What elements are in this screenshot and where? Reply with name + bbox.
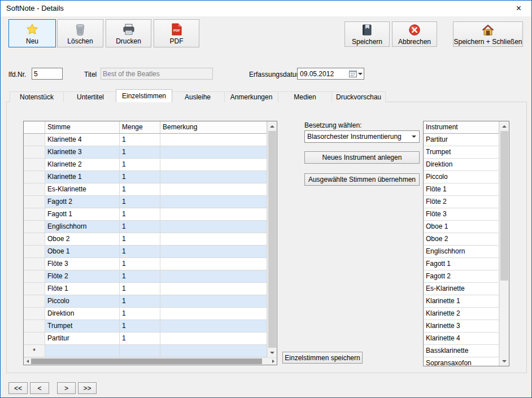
cell-bemerkung[interactable] bbox=[160, 345, 267, 357]
cell-stimme[interactable]: Flöte 2 bbox=[45, 270, 120, 283]
loeschen-button[interactable]: Löschen bbox=[57, 19, 103, 47]
row-selector[interactable] bbox=[24, 283, 45, 295]
cell-menge[interactable]: 1 bbox=[120, 196, 160, 208]
table-row[interactable]: Klarinette 4 1 bbox=[24, 134, 267, 146]
scrollbar-thumb[interactable] bbox=[31, 358, 262, 364]
tab[interactable]: Notenstück bbox=[10, 91, 64, 102]
table-row[interactable]: Flöte 1 1 bbox=[24, 283, 267, 295]
grid-header-stimme[interactable]: Stimme bbox=[45, 121, 120, 134]
drucken-button[interactable]: Drucken bbox=[106, 19, 151, 47]
erfassungsdatum-picker[interactable]: 09.05.2012 bbox=[297, 68, 364, 80]
grid-horizontal-scrollbar[interactable] bbox=[24, 357, 277, 365]
pdf-button[interactable]: PDF PDF bbox=[154, 19, 199, 47]
cell-menge[interactable]: 1 bbox=[120, 208, 160, 221]
instrument-row[interactable]: Englischhorn bbox=[424, 246, 499, 258]
instrument-row[interactable]: Fagott 2 bbox=[424, 270, 499, 283]
table-row[interactable]: Piccolo 1 bbox=[24, 295, 267, 308]
cell-stimme[interactable]: Fagott 1 bbox=[45, 208, 120, 221]
instrument-row[interactable]: Klarinette 4 bbox=[424, 333, 499, 345]
cell-bemerkung[interactable] bbox=[160, 270, 267, 283]
nav-last-button[interactable]: >> bbox=[78, 382, 97, 394]
instrument-row[interactable]: Oboe 2 bbox=[424, 233, 499, 246]
instrument-list-scrollbar[interactable] bbox=[499, 121, 509, 366]
scroll-up-button[interactable] bbox=[268, 121, 277, 131]
row-selector[interactable] bbox=[24, 196, 45, 208]
cell-menge[interactable]: 1 bbox=[120, 295, 160, 308]
cell-stimme[interactable]: Direktion bbox=[45, 308, 120, 320]
instrument-row[interactable]: Klarinette 1 bbox=[424, 295, 499, 308]
cell-stimme[interactable]: Flöte 1 bbox=[45, 283, 120, 295]
table-row[interactable]: Partitur 1 bbox=[24, 333, 267, 345]
close-button[interactable]: × bbox=[506, 1, 531, 16]
nav-first-button[interactable]: << bbox=[8, 382, 28, 394]
cell-menge[interactable]: 1 bbox=[120, 246, 160, 258]
cell-menge[interactable]: 1 bbox=[120, 221, 160, 233]
row-selector[interactable] bbox=[24, 270, 45, 283]
table-row[interactable]: Fagott 1 1 bbox=[24, 208, 267, 221]
cell-bemerkung[interactable] bbox=[160, 308, 267, 320]
table-row[interactable]: Englischhorn 1 bbox=[24, 221, 267, 233]
table-row[interactable]: Oboe 1 1 bbox=[24, 246, 267, 258]
instrument-row[interactable]: Flöte 2 bbox=[424, 196, 499, 208]
cell-bemerkung[interactable] bbox=[160, 258, 267, 270]
table-row[interactable]: Trumpet 1 bbox=[24, 320, 267, 333]
cell-stimme[interactable] bbox=[45, 345, 120, 357]
instrument-row[interactable]: Piccolo bbox=[424, 171, 499, 183]
cell-bemerkung[interactable] bbox=[160, 283, 267, 295]
cell-menge[interactable]: 1 bbox=[120, 171, 160, 183]
cell-stimme[interactable]: Trumpet bbox=[45, 320, 120, 333]
nav-next-button[interactable]: > bbox=[57, 382, 76, 394]
cell-menge[interactable]: 1 bbox=[120, 258, 160, 270]
cell-menge[interactable]: 1 bbox=[120, 146, 160, 159]
abbrechen-button[interactable]: Abbrechen bbox=[392, 21, 437, 47]
row-selector[interactable] bbox=[24, 308, 45, 320]
grid-header-bemerkung[interactable]: Bemerkung bbox=[160, 121, 267, 134]
instrument-row[interactable]: Partitur bbox=[424, 134, 499, 146]
cell-stimme[interactable]: Klarinette 3 bbox=[45, 146, 120, 159]
grid-header-menge[interactable]: Menge bbox=[120, 121, 160, 134]
cell-stimme[interactable]: Klarinette 2 bbox=[45, 159, 120, 171]
neu-button[interactable]: Neu bbox=[8, 19, 56, 47]
cell-menge[interactable]: 1 bbox=[120, 134, 160, 146]
scroll-right-button[interactable] bbox=[269, 358, 277, 365]
scroll-down-button[interactable] bbox=[500, 356, 509, 366]
tab[interactable]: Anmerkungen bbox=[224, 91, 278, 102]
cell-stimme[interactable]: Flöte 3 bbox=[45, 258, 120, 270]
scroll-left-button[interactable] bbox=[24, 358, 31, 365]
cell-menge[interactable]: 1 bbox=[120, 270, 160, 283]
cell-bemerkung[interactable] bbox=[160, 221, 267, 233]
row-selector[interactable] bbox=[24, 146, 45, 159]
einzelstimmen-speichern-button[interactable]: Einzelstimmen speichern bbox=[282, 352, 363, 364]
grid-vertical-scrollbar[interactable] bbox=[267, 121, 277, 357]
cell-bemerkung[interactable] bbox=[160, 159, 267, 171]
scrollbar-thumb[interactable] bbox=[500, 131, 508, 281]
stimmen-uebernehmen-button[interactable]: Ausgewählte Stimmen übernehmen bbox=[304, 173, 420, 186]
instrument-row[interactable]: Es-Klarinette bbox=[424, 283, 499, 295]
cell-menge[interactable]: 1 bbox=[120, 333, 160, 345]
table-row[interactable]: Flöte 2 1 bbox=[24, 270, 267, 283]
cell-stimme[interactable]: Oboe 2 bbox=[45, 233, 120, 246]
cell-bemerkung[interactable] bbox=[160, 183, 267, 196]
table-row[interactable]: Oboe 2 1 bbox=[24, 233, 267, 246]
table-row[interactable]: Fagott 2 1 bbox=[24, 196, 267, 208]
cell-menge[interactable] bbox=[120, 345, 160, 357]
cell-stimme[interactable]: Klarinette 4 bbox=[45, 134, 120, 146]
row-selector[interactable] bbox=[24, 233, 45, 246]
table-row[interactable]: Klarinette 1 1 bbox=[24, 171, 267, 183]
table-row[interactable]: Klarinette 2 1 bbox=[24, 159, 267, 171]
besetzung-combobox[interactable]: Blasorchester Instrumentierung bbox=[304, 130, 420, 143]
cell-bemerkung[interactable] bbox=[160, 196, 267, 208]
neues-instrument-button[interactable]: Neues Instrument anlegen bbox=[304, 151, 420, 164]
row-selector[interactable] bbox=[24, 221, 45, 233]
instrument-row[interactable]: Sopransaxofon bbox=[424, 357, 499, 366]
instrument-row[interactable]: Flöte 3 bbox=[424, 208, 499, 221]
instrument-row[interactable]: Klarinette 3 bbox=[424, 320, 499, 333]
cell-menge[interactable]: 1 bbox=[120, 159, 160, 171]
row-selector[interactable] bbox=[24, 258, 45, 270]
table-row[interactable]: Klarinette 3 1 bbox=[24, 146, 267, 159]
cell-stimme[interactable]: Klarinette 1 bbox=[45, 171, 120, 183]
cell-stimme[interactable]: Piccolo bbox=[45, 295, 120, 308]
cell-bemerkung[interactable] bbox=[160, 171, 267, 183]
cell-menge[interactable]: 1 bbox=[120, 320, 160, 333]
cell-menge[interactable]: 1 bbox=[120, 283, 160, 295]
